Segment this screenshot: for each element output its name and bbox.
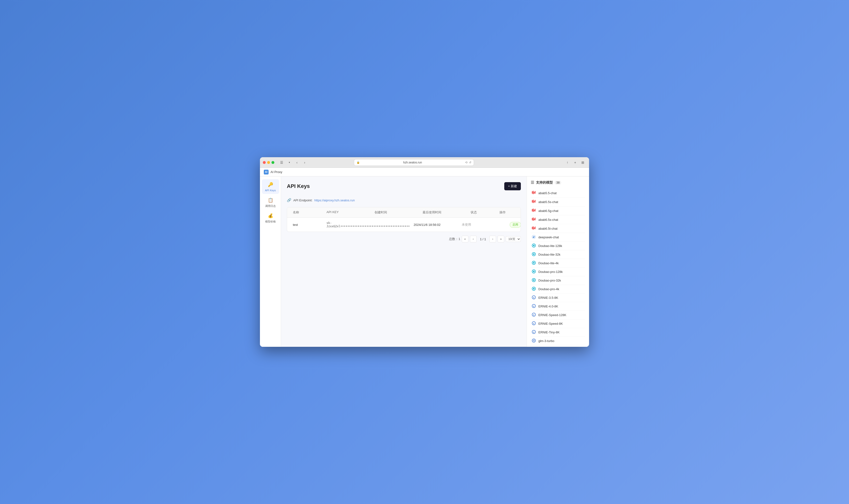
svg-point-22: [533, 245, 535, 246]
first-page-button[interactable]: «: [462, 236, 468, 242]
model-list-item[interactable]: Doubao-pro-4k: [531, 285, 585, 293]
model-name: ERNIE-3.5-8K: [538, 296, 558, 300]
model-icon: [532, 190, 536, 196]
table-row: test sk-JzxxG2xl••••••••••••••••••••••••…: [287, 218, 521, 232]
address-bar[interactable]: 🔒 hzh.sealos.run ⟲ ↺: [354, 159, 474, 166]
cell-apikey: sk-JzxxG2xl•••••••••••••••••••••••••••••…: [325, 218, 412, 231]
page-size-select[interactable]: 10/页 20/页 50/页: [506, 236, 521, 242]
sidebar-dropdown-button[interactable]: ▾: [286, 160, 293, 165]
model-name: abab6.5t-chat: [538, 227, 558, 230]
model-list-item[interactable]: abab6.5t-chat: [531, 224, 585, 233]
cell-name: test: [291, 220, 325, 230]
model-list-item[interactable]: E ERNIE-Speed-128K: [531, 311, 585, 320]
sidebar-toggle-button[interactable]: ☰: [278, 160, 285, 165]
model-icon: [532, 235, 536, 240]
svg-point-30: [533, 280, 535, 281]
svg-rect-18: [534, 227, 535, 229]
col-header-action: 操作: [498, 208, 517, 217]
page-title: API Keys: [287, 183, 310, 190]
close-traffic-light[interactable]: [263, 161, 266, 164]
prev-page-button[interactable]: ‹: [470, 236, 477, 242]
model-icon: E: [532, 304, 536, 309]
translate-icon[interactable]: ⟲: [465, 161, 468, 164]
lock-icon: 🔒: [357, 161, 360, 164]
title-bar-controls: ☰ ▾ ‹ ›: [278, 160, 308, 165]
forward-button[interactable]: ›: [301, 160, 308, 165]
share-button[interactable]: ↑: [564, 160, 571, 165]
endpoint-label: API Endpoint:: [293, 198, 313, 202]
api-keys-icon: 🔑: [267, 181, 274, 188]
next-page-button[interactable]: ›: [489, 236, 496, 242]
back-button[interactable]: ‹: [294, 160, 300, 165]
sidebar-item-api-keys[interactable]: 🔑 API Keys: [262, 179, 279, 194]
model-name: ERNIE-4.0-8K: [538, 305, 558, 308]
svg-rect-10: [534, 210, 535, 212]
content-header: API Keys + 新建: [287, 182, 521, 194]
model-list-item[interactable]: E ERNIE-Tiny-8K: [531, 328, 585, 337]
traffic-lights: [263, 161, 274, 164]
sidebar-item-model-price[interactable]: 💰 模型价格: [262, 211, 279, 225]
svg-rect-17: [533, 226, 534, 230]
model-name: deepseek-chat: [538, 235, 559, 239]
model-icon: [532, 287, 536, 292]
tabs-button[interactable]: ⊞: [579, 160, 586, 165]
api-keys-table: 名称 API KEY 创建时间 最后使用时间 状态 操作 test sk-Jzx…: [287, 207, 521, 232]
sidebar-label-call-log: 调用日志: [265, 204, 276, 208]
last-page-button[interactable]: »: [498, 236, 504, 242]
svg-rect-16: [532, 227, 533, 229]
model-list-item[interactable]: abab6.5g-chat: [531, 206, 585, 215]
model-list-item[interactable]: abab6.5s-chat: [531, 215, 585, 224]
svg-point-32: [533, 288, 535, 289]
svg-point-43: [532, 339, 536, 342]
sidebar: 🔑 API Keys 📋 调用日志 💰 模型价格: [260, 176, 281, 347]
svg-rect-8: [532, 209, 533, 212]
model-list-item[interactable]: abab5.5s-chat: [531, 198, 585, 206]
model-name: ERNIE-Speed-8K: [538, 322, 563, 325]
col-header-created: 创建时间: [372, 208, 421, 217]
svg-point-28: [533, 271, 535, 272]
svg-text:E: E: [533, 331, 535, 334]
model-icon: [532, 199, 536, 204]
title-bar-right: ↑ + ⊞: [564, 160, 586, 165]
minimize-traffic-light[interactable]: [267, 161, 270, 164]
model-name: Doubao-pro-4k: [538, 287, 559, 291]
right-panel: ☰ 支持的模型 38 abab5.5-chat abab5.5s-chat ab…: [526, 176, 589, 347]
model-icon: [532, 208, 536, 213]
model-list-item[interactable]: Doubao-lite-32k: [531, 250, 585, 259]
svg-rect-1: [533, 191, 534, 194]
svg-point-44: [533, 340, 535, 341]
app-title: AI Proxy: [271, 170, 282, 174]
model-list-item[interactable]: Doubao-lite-4k: [531, 259, 585, 268]
new-tab-button[interactable]: +: [572, 160, 578, 165]
refresh-icon[interactable]: ↺: [469, 161, 471, 164]
page-info: 1 / 1: [478, 237, 488, 241]
model-list-item[interactable]: Doubao-pro-32k: [531, 276, 585, 285]
model-list-item[interactable]: glm-3-turbo: [531, 337, 585, 345]
endpoint-url[interactable]: https://aiproxy.hzh.sealos.run: [314, 198, 355, 202]
status-badge: 启用: [510, 222, 521, 228]
model-name: Doubao-lite-32k: [538, 253, 560, 256]
svg-point-26: [533, 262, 535, 264]
model-icon: [532, 244, 536, 248]
model-list-item[interactable]: abab5.5-chat: [531, 188, 585, 198]
model-name: abab6.5g-chat: [538, 209, 558, 213]
model-list-item[interactable]: E ERNIE-Speed-8K: [531, 320, 585, 328]
new-key-button[interactable]: + 新建: [504, 182, 521, 190]
svg-point-24: [533, 253, 535, 255]
maximize-traffic-light[interactable]: [272, 161, 274, 164]
browser-window: ☰ ▾ ‹ › 🔒 hzh.sealos.run ⟲ ↺ ↑ + ⊞ AI AI…: [260, 157, 589, 347]
svg-rect-11: [535, 209, 536, 212]
model-name: ERNIE-Speed-128K: [538, 313, 566, 317]
svg-rect-2: [534, 192, 535, 194]
sidebar-item-call-log[interactable]: 📋 调用日志: [262, 195, 279, 210]
col-header-apikey: API KEY: [325, 208, 372, 217]
model-list-item[interactable]: Doubao-lite-128k: [531, 242, 585, 250]
model-list-item[interactable]: glm-4: [531, 345, 585, 347]
model-list-item[interactable]: E ERNIE-3.5-8K: [531, 293, 585, 302]
svg-rect-9: [533, 209, 534, 212]
model-list-item[interactable]: deepseek-chat: [531, 233, 585, 242]
table-header: 名称 API KEY 创建时间 最后使用时间 状态 操作: [287, 208, 521, 218]
model-list-item[interactable]: E ERNIE-4.0-8K: [531, 302, 585, 311]
model-list-item[interactable]: Doubao-pro-128k: [531, 268, 585, 276]
svg-text:E: E: [533, 305, 535, 307]
